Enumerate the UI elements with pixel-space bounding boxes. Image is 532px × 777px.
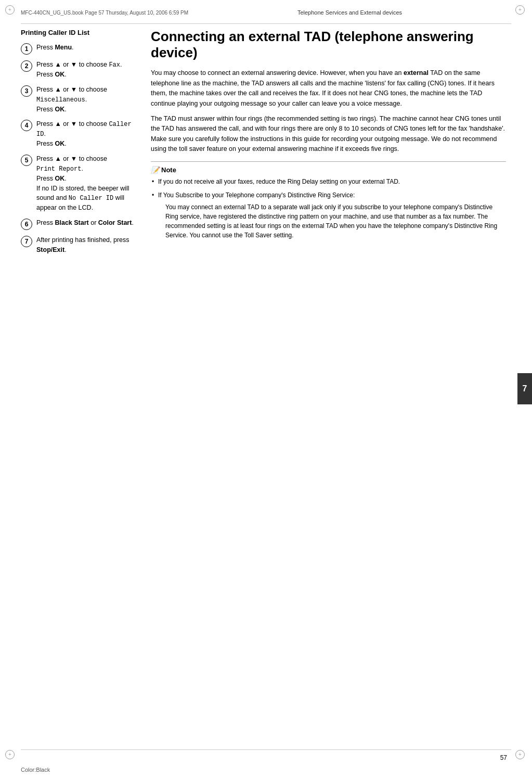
step-7: 7 After printing has finished, press Sto…: [21, 235, 135, 255]
step-2: 2 Press ▲ or ▼ to choose Fax. Press OK.: [21, 60, 135, 80]
main-heading: Connecting an external TAD (telephone an…: [151, 29, 506, 61]
header-bar: MFC-440CN_UG_US.book Page 57 Thursday, A…: [0, 9, 532, 16]
step-1-number: 1: [21, 43, 32, 55]
left-column: Printing Caller ID List 1 Press Menu. 2 …: [21, 29, 135, 746]
corner-mark-bl: [5, 750, 17, 761]
step-6-content: Press Black Start or Color Start.: [36, 218, 134, 228]
note-item-2: If You Subscribe to your Telephone compa…: [151, 190, 506, 240]
step-5-number: 5: [21, 155, 32, 166]
step-3: 3 Press ▲ or ▼ to choose Miscellaneous. …: [21, 85, 135, 114]
step-1: 1 Press Menu.: [21, 43, 135, 55]
footer-color: Color:Black: [21, 767, 50, 773]
note-icon: 📝: [151, 166, 159, 174]
right-column: Connecting an external TAD (telephone an…: [151, 29, 506, 746]
paragraph-2: The TAD must answer within four rings (t…: [151, 114, 506, 155]
corner-mark-br: [515, 750, 527, 761]
step-5: 5 Press ▲ or ▼ to choose Print Report. P…: [21, 154, 135, 213]
page-container: MFC-440CN_UG_US.book Page 57 Thursday, A…: [0, 0, 532, 777]
note-item-1: If you do not receive all your faxes, re…: [151, 177, 506, 186]
header-line: [21, 23, 511, 24]
note-heading: 📝 Note: [151, 166, 506, 174]
footer-line: [21, 749, 511, 750]
step-5-content: Press ▲ or ▼ to choose Print Report. Pre…: [36, 154, 135, 213]
content-area: Printing Caller ID List 1 Press Menu. 2 …: [21, 29, 506, 746]
note-box: 📝 Note If you do not receive all your fa…: [151, 161, 506, 240]
step-7-content: After printing has finished, press Stop/…: [36, 235, 135, 255]
step-2-content: Press ▲ or ▼ to choose Fax. Press OK.: [36, 60, 122, 80]
note-sub-paragraph: You may connect an external TAD to a sep…: [158, 202, 506, 240]
step-3-content: Press ▲ or ▼ to choose Miscellaneous. Pr…: [36, 85, 135, 114]
chapter-tab: 7: [517, 373, 532, 404]
step-7-number: 7: [21, 236, 32, 247]
step-4: 4 Press ▲ or ▼ to choose Caller ID. Pres…: [21, 119, 135, 149]
header-title: Telephone Services and External devices: [188, 9, 511, 16]
paragraph-1: You may choose to connect an external an…: [151, 68, 506, 109]
step-3-number: 3: [21, 85, 32, 97]
page-number: 57: [500, 754, 507, 761]
left-section-heading: Printing Caller ID List: [21, 29, 135, 36]
step-6: 6 Press Black Start or Color Start.: [21, 218, 135, 230]
step-6-number: 6: [21, 219, 32, 230]
step-2-number: 2: [21, 60, 32, 72]
step-4-number: 4: [21, 120, 32, 131]
header-meta: MFC-440CN_UG_US.book Page 57 Thursday, A…: [21, 10, 188, 16]
step-1-content: Press Menu.: [36, 43, 74, 53]
step-4-content: Press ▲ or ▼ to choose Caller ID. Press …: [36, 119, 135, 149]
